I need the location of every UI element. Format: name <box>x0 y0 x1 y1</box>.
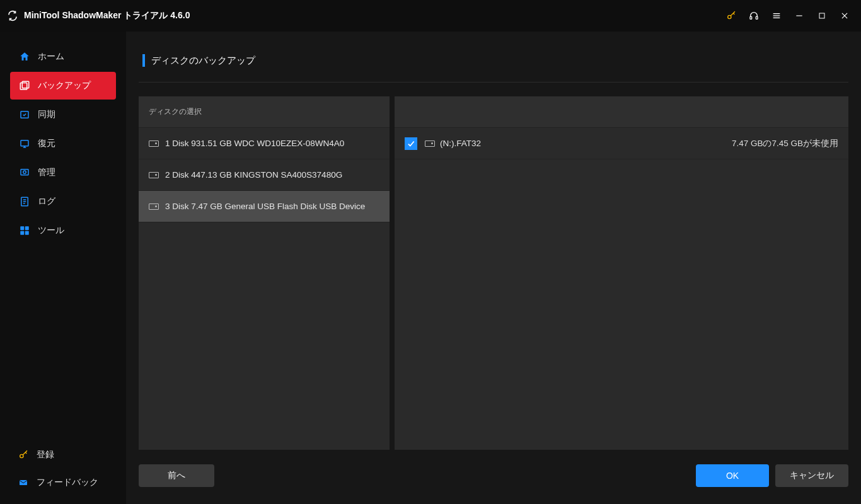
sidebar-item-label: ホーム <box>38 51 64 62</box>
sidebar-bottom-label: フィードバック <box>37 477 98 488</box>
key-icon <box>18 449 29 461</box>
drive-icon <box>149 172 159 178</box>
title-bar: MiniTool ShadowMaker トライアル 4.6.0 <box>0 0 861 32</box>
sidebar-item-label: 復元 <box>38 138 55 149</box>
disk-label: 1 Disk 931.51 GB WDC WD10EZEX-08WN4A0 <box>165 139 344 148</box>
back-button[interactable]: 前へ <box>139 464 214 487</box>
sync-icon <box>19 109 30 120</box>
sidebar-feedback[interactable]: フィードバック <box>0 469 126 496</box>
partition-checkbox[interactable] <box>405 137 417 150</box>
main-area: ホーム バックアップ 同期 復元 <box>0 32 861 504</box>
headphones-icon[interactable] <box>749 11 759 21</box>
minimize-icon[interactable] <box>794 11 804 21</box>
svg-rect-1 <box>750 16 752 19</box>
panels: ディスクの選択 1 Disk 931.51 GB WDC WD10EZEX-08… <box>139 96 848 450</box>
svg-rect-25 <box>25 231 29 235</box>
disk-row[interactable]: 1 Disk 931.51 GB WDC WD10EZEX-08WN4A0 <box>139 128 390 159</box>
sidebar-item-label: バックアップ <box>38 80 91 91</box>
disk-row[interactable]: 2 Disk 447.13 GB KINGSTON SA400S37480G <box>139 159 390 191</box>
backup-icon <box>19 80 30 91</box>
disk-label: 3 Disk 7.47 GB General USB Flash Disk US… <box>165 202 365 211</box>
sidebar-item-label: 同期 <box>38 109 55 120</box>
sidebar: ホーム バックアップ 同期 復元 <box>0 32 126 504</box>
drive-icon <box>149 203 159 210</box>
sidebar-item-label: ツール <box>38 225 64 236</box>
sidebar-item-log[interactable]: ログ <box>10 188 116 215</box>
svg-rect-24 <box>20 231 24 235</box>
partition-panel: (N:).FAT32 7.47 GBの7.45 GBが未使用 <box>395 96 848 450</box>
sidebar-bottom-label: 登録 <box>37 449 54 461</box>
page-header: ディスクのバックアップ <box>139 43 848 83</box>
sidebar-register[interactable]: 登録 <box>0 441 126 469</box>
ok-button[interactable]: OK <box>696 464 769 487</box>
disk-select-header: ディスクの選択 <box>139 96 390 128</box>
svg-rect-13 <box>21 140 28 146</box>
cancel-button[interactable]: キャンセル <box>775 464 848 487</box>
manage-icon <box>19 167 30 178</box>
svg-rect-23 <box>25 226 29 230</box>
disk-select-panel: ディスクの選択 1 Disk 931.51 GB WDC WD10EZEX-08… <box>139 96 390 450</box>
maximize-icon[interactable] <box>817 11 827 21</box>
partition-row[interactable]: (N:).FAT32 7.47 GBの7.45 GBが未使用 <box>395 128 848 159</box>
partition-header-spacer <box>395 96 848 128</box>
sidebar-bottom: 登録 フィードバック <box>0 441 126 504</box>
page-title: ディスクのバックアップ <box>151 55 255 67</box>
disk-label: 2 Disk 447.13 GB KINGSTON SA400S37480G <box>165 170 342 180</box>
svg-rect-7 <box>819 13 824 18</box>
title-left: MiniTool ShadowMaker トライアル 4.6.0 <box>6 9 190 22</box>
partition-label-group: (N:).FAT32 <box>425 139 481 148</box>
app-title: MiniTool ShadowMaker トライアル 4.6.0 <box>24 10 190 21</box>
svg-point-17 <box>23 171 26 174</box>
drive-icon <box>425 140 435 147</box>
log-icon <box>19 196 30 207</box>
tools-icon <box>19 225 30 236</box>
svg-rect-2 <box>756 16 758 19</box>
disk-row[interactable]: 3 Disk 7.47 GB General USB Flash Disk US… <box>139 191 390 222</box>
drive-icon <box>149 140 159 147</box>
partition-usage: 7.47 GBの7.45 GBが未使用 <box>732 138 838 149</box>
restore-icon <box>19 138 30 149</box>
sidebar-item-label: 管理 <box>38 167 55 178</box>
menu-icon[interactable] <box>771 11 782 21</box>
sidebar-item-label: ログ <box>38 196 55 207</box>
sidebar-item-manage[interactable]: 管理 <box>10 159 116 186</box>
svg-rect-22 <box>20 226 24 230</box>
footer: 前へ OK キャンセル <box>139 459 848 493</box>
svg-rect-16 <box>21 169 28 175</box>
key-icon[interactable] <box>726 11 736 21</box>
accent-bar <box>142 54 145 67</box>
sidebar-item-restore[interactable]: 復元 <box>10 130 116 158</box>
svg-rect-27 <box>20 480 27 485</box>
home-icon <box>19 51 30 62</box>
sidebar-item-tools[interactable]: ツール <box>10 217 116 244</box>
close-icon[interactable] <box>840 11 850 21</box>
sidebar-item-sync[interactable]: 同期 <box>10 101 116 129</box>
titlebar-actions <box>726 11 855 21</box>
mail-icon <box>18 477 29 488</box>
sidebar-item-backup[interactable]: バックアップ <box>10 72 116 100</box>
partition-label: (N:).FAT32 <box>440 139 481 148</box>
content: ディスクのバックアップ ディスクの選択 1 Disk 931.51 GB WDC… <box>126 32 861 504</box>
app-logo-icon <box>6 9 19 22</box>
sidebar-item-home[interactable]: ホーム <box>10 43 116 71</box>
nav-list: ホーム バックアップ 同期 復元 <box>0 43 126 246</box>
